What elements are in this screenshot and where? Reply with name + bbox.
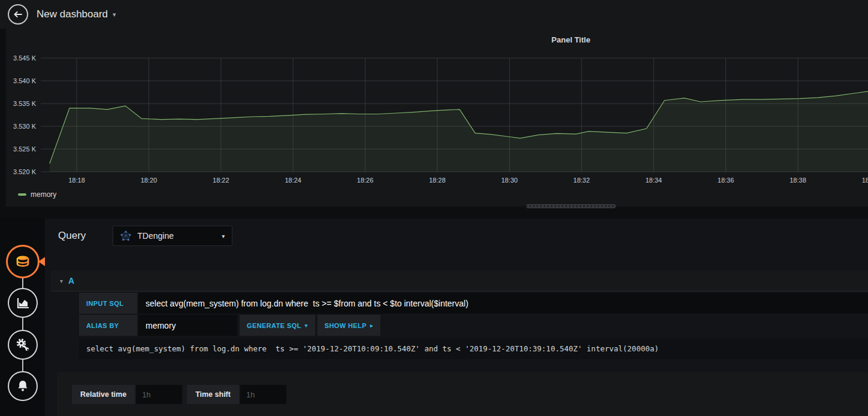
query-section-label: Query (58, 230, 86, 242)
chevron-down-icon: ▾ (305, 323, 308, 329)
input-sql-label: INPUT SQL (79, 293, 137, 314)
collapse-caret-icon: ▾ (60, 278, 63, 284)
area-chart-icon (15, 295, 31, 311)
svg-text:3.535 K: 3.535 K (13, 100, 37, 107)
show-help-button[interactable]: SHOW HELP ▸ (317, 315, 380, 336)
alias-by-row: ALIAS BY GENERATE SQL ▾ SHOW HELP ▸ (79, 315, 868, 336)
svg-text:3.545 K: 3.545 K (13, 54, 37, 62)
graph-panel: 3.545 K3.540 K3.535 K3.530 K3.525 K3.520… (6, 29, 868, 207)
legend-swatch (18, 193, 26, 196)
legend-item-memory[interactable]: memory (18, 190, 56, 199)
datasource-name: TDengine (137, 231, 174, 241)
panel-title[interactable]: Panel Title (552, 35, 591, 44)
datasource-picker[interactable]: TDengine ▾ (113, 226, 232, 246)
svg-text:18:18: 18:18 (68, 177, 85, 184)
svg-text:18:38: 18:38 (790, 177, 806, 184)
tab-general[interactable] (8, 330, 38, 360)
tdengine-logo-icon (120, 230, 131, 241)
generated-sql-text: select avg(mem_system) from log.dn where… (79, 338, 868, 359)
query-editor-pane: Query TDengine ▾ ▾ A INPUT SQL AL (45, 218, 868, 416)
relative-time-label: Relative time (72, 385, 135, 404)
dashboard-title[interactable]: New dashboard (37, 8, 108, 20)
panel-resize-handle[interactable] (526, 204, 616, 208)
svg-text:3.520 K: 3.520 K (13, 168, 37, 175)
svg-text:18:24: 18:24 (285, 177, 301, 184)
time-shift-label: Time shift (187, 385, 239, 404)
svg-text:18:36: 18:36 (718, 177, 734, 184)
input-sql-field[interactable] (138, 293, 868, 314)
svg-text:18:32: 18:32 (573, 177, 590, 184)
chevron-down-icon: ▾ (222, 233, 225, 239)
tab-visualization[interactable] (8, 288, 38, 318)
svg-text:3.540 K: 3.540 K (13, 77, 37, 84)
back-button[interactable] (8, 4, 28, 25)
memory-chart[interactable]: 3.545 K3.540 K3.535 K3.530 K3.525 K3.520… (6, 29, 868, 207)
generate-sql-label: GENERATE SQL (247, 322, 301, 329)
query-ref-id: A (68, 276, 74, 286)
arrow-left-icon (12, 8, 24, 20)
chevron-right-icon: ▸ (370, 323, 373, 329)
tab-connector-line (22, 262, 23, 386)
legend-label: memory (31, 190, 56, 199)
show-help-label: SHOW HELP (325, 322, 367, 329)
svg-text:18:20: 18:20 (141, 177, 158, 184)
time-options-card: Relative time Time shift (57, 372, 868, 416)
tab-queries[interactable] (6, 245, 40, 278)
top-toolbar: New dashboard ▾ (0, 0, 868, 29)
svg-text:18:30: 18:30 (501, 177, 518, 184)
input-sql-row: INPUT SQL (79, 293, 868, 314)
time-shift-field[interactable] (240, 385, 286, 404)
bell-icon (15, 378, 31, 394)
tab-alert[interactable] (8, 371, 38, 401)
alias-by-label: ALIAS BY (79, 315, 137, 336)
svg-text:18:34: 18:34 (645, 177, 662, 184)
chevron-down-icon: ▾ (113, 11, 116, 19)
svg-text:18:26: 18:26 (357, 177, 374, 184)
time-options-row: Relative time Time shift (72, 385, 286, 404)
generate-sql-button[interactable]: GENERATE SQL ▾ (240, 315, 315, 336)
database-icon (14, 253, 31, 270)
gear-wrench-icon (15, 337, 31, 353)
svg-text:18:40: 18:40 (862, 177, 868, 184)
relative-time-field[interactable] (136, 385, 182, 404)
alias-by-field[interactable] (138, 315, 237, 336)
grafana-panel-edit-screen: New dashboard ▾ 3.545 K3.540 K3.535 K3.5… (0, 0, 868, 416)
svg-text:18:28: 18:28 (429, 177, 446, 184)
query-header: Query TDengine ▾ (58, 226, 232, 246)
svg-text:18:22: 18:22 (213, 177, 229, 184)
query-row-header[interactable]: ▾ A (51, 271, 868, 291)
svg-text:3.525 K: 3.525 K (13, 145, 37, 153)
svg-text:3.530 K: 3.530 K (13, 123, 37, 130)
